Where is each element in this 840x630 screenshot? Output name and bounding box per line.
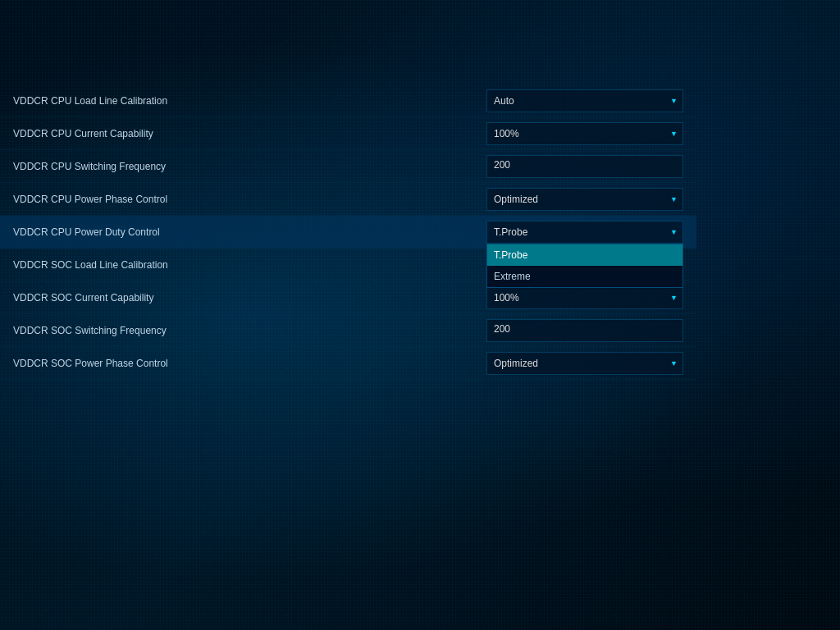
setting-label-1: VDDCR CPU Current Capability (13, 128, 486, 139)
dropdown-current-cap[interactable]: 100% (486, 122, 683, 145)
setting-label-8: VDDCR SOC Power Phase Control (13, 358, 486, 369)
setting-label-2: VDDCR CPU Switching Frequency (13, 161, 486, 172)
setting-row-1: VDDCR CPU Current Capability 100% (0, 117, 696, 150)
dropdown-soc-phase[interactable]: Optimized (486, 352, 683, 375)
setting-control-6: 100% (486, 286, 683, 309)
setting-control-7: 200 (486, 319, 683, 342)
setting-row-0: VDDCR CPU Load Line Calibration Auto (0, 84, 696, 117)
dropdown-option-extreme[interactable]: Extreme (487, 266, 682, 287)
setting-control-4: T.Probe T.Probe Extreme (486, 221, 683, 244)
dropdown-soc-current[interactable]: 100% (486, 286, 683, 309)
dropdown-load-line[interactable]: Auto (486, 89, 683, 112)
setting-row-7: VDDCR SOC Switching Frequency 200 (0, 314, 696, 347)
setting-label-5: VDDCR SOC Load Line Calibration (13, 259, 486, 271)
setting-label-3: VDDCR CPU Power Phase Control (13, 194, 486, 205)
setting-label-6: VDDCR SOC Current Capability (13, 292, 486, 304)
setting-control-3: Optimized (486, 188, 683, 211)
text-switching-freq[interactable]: 200 (486, 155, 683, 178)
setting-row-4: VDDCR CPU Power Duty Control T.Probe T.P… (0, 216, 696, 249)
setting-control-1: 100% (486, 122, 683, 145)
text-soc-switching-freq[interactable]: 200 (486, 319, 683, 342)
dropdown-option-tprobe[interactable]: T.Probe (487, 244, 682, 266)
setting-label-4: VDDCR CPU Power Duty Control (13, 226, 486, 238)
setting-row-3: VDDCR CPU Power Phase Control Optimized (0, 183, 696, 216)
setting-control-2: 200 (486, 155, 683, 178)
dropdown-menu-duty: T.Probe Extreme (486, 244, 683, 288)
setting-label-7: VDDCR SOC Switching Frequency (13, 325, 486, 336)
setting-label-0: VDDCR CPU Load Line Calibration (13, 95, 486, 107)
setting-control-8: Optimized (486, 352, 683, 375)
setting-row-2: VDDCR CPU Switching Frequency 200 (0, 150, 696, 183)
setting-control-0: Auto (486, 89, 683, 112)
dropdown-power-phase[interactable]: Optimized (486, 188, 683, 211)
dropdown-duty-control[interactable]: T.Probe (486, 221, 683, 244)
setting-row-8: VDDCR SOC Power Phase Control Optimized (0, 347, 696, 380)
